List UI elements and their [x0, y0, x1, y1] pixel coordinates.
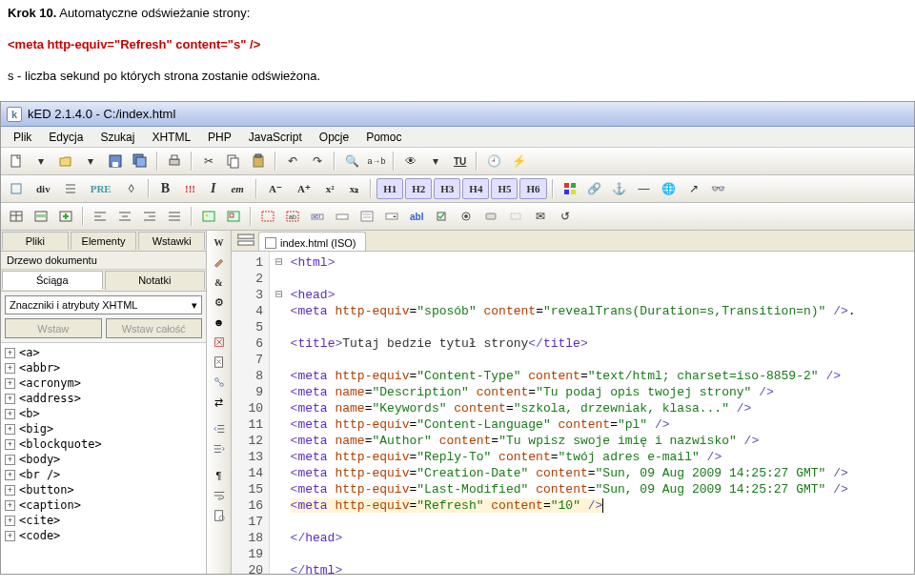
code-editor[interactable]: 1234567891011121314151617181920 ⊟ <html>…: [232, 252, 914, 574]
form-label-button[interactable]: ab: [281, 206, 304, 227]
redo-button[interactable]: ↷: [306, 151, 329, 172]
insert-button[interactable]: Wstaw: [5, 318, 102, 338]
v-pilcrow-button[interactable]: ¶: [209, 466, 230, 485]
tab-elements[interactable]: Elementy: [71, 232, 137, 250]
font-smaller-button[interactable]: A⁻: [262, 178, 289, 199]
tu-button[interactable]: TU: [449, 151, 471, 172]
v-arrows-button[interactable]: ⇄: [209, 393, 230, 412]
lightning-button[interactable]: ⚡: [507, 151, 530, 172]
new-file-button[interactable]: [5, 151, 28, 172]
diamond-button[interactable]: ◊: [120, 178, 143, 199]
v-indent-right-button[interactable]: [209, 439, 230, 458]
expand-icon[interactable]: +: [5, 363, 15, 374]
em-button[interactable]: em: [224, 178, 250, 199]
v-amp-button[interactable]: &: [209, 273, 230, 292]
menu-help[interactable]: Pomoc: [357, 129, 410, 146]
tab-files[interactable]: Pliki: [2, 232, 69, 250]
button-button[interactable]: [479, 206, 502, 227]
input-field-button[interactable]: [331, 206, 354, 227]
open-dropdown-button[interactable]: ▾: [79, 151, 102, 172]
h2-button[interactable]: H2: [405, 178, 432, 199]
v-w-button[interactable]: W: [209, 233, 230, 252]
menu-javascript[interactable]: JavaScript: [240, 129, 311, 146]
expand-icon[interactable]: +: [5, 516, 15, 526]
undo-button[interactable]: ↶: [281, 151, 304, 172]
open-button[interactable]: [54, 151, 77, 172]
anchor-button[interactable]: ⚓: [608, 178, 631, 199]
expand-icon[interactable]: +: [5, 455, 15, 465]
menu-options[interactable]: Opcje: [311, 129, 357, 146]
image-button[interactable]: [197, 206, 220, 227]
tags-tree[interactable]: +<a>+<abbr>+<acronym>+<address>+<b>+<big…: [1, 343, 206, 574]
v-brush-button[interactable]: [209, 253, 230, 272]
search-ab-button[interactable]: a→b: [365, 151, 388, 172]
tab-notes[interactable]: Notatki: [105, 271, 206, 290]
v-doc-x-button[interactable]: [209, 353, 230, 372]
div-button[interactable]: div: [30, 178, 57, 199]
insert-all-button[interactable]: Wstaw całość: [106, 318, 203, 338]
bold-button[interactable]: B: [154, 178, 176, 199]
expand-icon[interactable]: +: [5, 348, 15, 358]
expand-icon[interactable]: +: [5, 500, 15, 511]
abi-button[interactable]: abI: [405, 206, 428, 227]
table-row-button[interactable]: [30, 206, 52, 227]
h6-button[interactable]: H6: [519, 178, 546, 199]
save-all-button[interactable]: [129, 151, 152, 172]
h1-button[interactable]: H1: [376, 178, 403, 199]
align-left-button[interactable]: [89, 206, 112, 227]
tree-item[interactable]: +<button>: [3, 482, 204, 497]
tab-cheatsheet[interactable]: Ściąga: [2, 271, 103, 290]
color-button[interactable]: [559, 178, 581, 199]
eye-button[interactable]: 👁: [399, 151, 422, 172]
v-docgear-button[interactable]: [209, 506, 230, 525]
tab-list-button[interactable]: [235, 232, 256, 251]
tree-item[interactable]: +<cite>: [3, 513, 204, 528]
v-wrap-button[interactable]: [209, 486, 230, 505]
globe-button[interactable]: 🌐: [658, 178, 681, 199]
radio-button[interactable]: [455, 206, 478, 227]
select-button[interactable]: [380, 206, 403, 227]
tree-item[interactable]: +<a>: [3, 345, 204, 360]
image-map-button[interactable]: [222, 206, 245, 227]
tree-item[interactable]: +<body>: [3, 452, 204, 467]
hr-button[interactable]: —: [633, 178, 656, 199]
tree-item[interactable]: +<big>: [3, 421, 204, 436]
tab-snippets[interactable]: Wstawki: [138, 232, 205, 250]
checkbox-button[interactable]: [430, 206, 453, 227]
v-x-button[interactable]: [209, 333, 230, 352]
tree-item[interactable]: +<acronym>: [3, 375, 204, 391]
font-larger-button[interactable]: A⁺: [291, 178, 317, 199]
tree-item[interactable]: +<abbr>: [3, 360, 204, 375]
v-indent-left-button[interactable]: [209, 419, 230, 438]
tree-item[interactable]: +<br />: [3, 467, 204, 482]
expand-icon[interactable]: +: [5, 485, 15, 496]
code-lines[interactable]: ⊟ <html> ⊟ <head> <meta http-equiv="spos…: [270, 252, 914, 574]
textarea-button[interactable]: [356, 206, 378, 227]
expand-icon[interactable]: +: [5, 424, 15, 435]
menu-php[interactable]: PHP: [199, 129, 240, 146]
format-p-button[interactable]: [5, 178, 28, 199]
expand-icon[interactable]: +: [5, 394, 15, 404]
file-tab[interactable]: index.html (ISO): [258, 232, 366, 251]
expand-icon[interactable]: +: [5, 531, 15, 541]
clock-button[interactable]: 🕘: [482, 151, 505, 172]
expand-icon[interactable]: +: [5, 409, 15, 419]
expand-icon[interactable]: +: [5, 439, 15, 450]
input-text-button[interactable]: abI: [306, 206, 329, 227]
form-button[interactable]: [256, 206, 279, 227]
search-button[interactable]: 🔍: [340, 151, 363, 172]
paste-button[interactable]: [247, 151, 270, 172]
menu-search[interactable]: Szukaj: [92, 129, 143, 146]
tree-item[interactable]: +<blockquote>: [3, 436, 204, 452]
hidden-button[interactable]: [504, 206, 527, 227]
align-justify-button[interactable]: [163, 206, 186, 227]
pre-button[interactable]: PRE: [84, 178, 118, 199]
save-button[interactable]: [104, 151, 127, 172]
eye-dropdown-button[interactable]: ▾: [424, 151, 447, 172]
link-button[interactable]: 🔗: [583, 178, 606, 199]
menu-file[interactable]: Plik: [5, 129, 40, 146]
tree-item[interactable]: +<b>: [3, 406, 204, 421]
print-button[interactable]: [163, 151, 186, 172]
expand-icon[interactable]: +: [5, 378, 15, 389]
align-right-button[interactable]: [138, 206, 161, 227]
